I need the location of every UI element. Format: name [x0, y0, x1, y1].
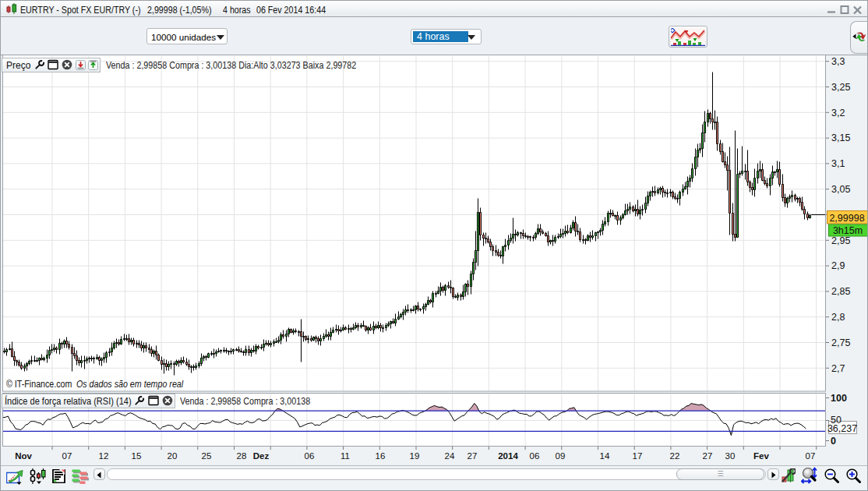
svg-text:15: 15	[132, 451, 142, 461]
svg-text:2,95: 2,95	[831, 235, 850, 246]
svg-text:30: 30	[725, 451, 736, 461]
svg-text:07: 07	[806, 451, 816, 461]
svg-text:3,15: 3,15	[831, 132, 850, 143]
svg-text:06: 06	[305, 451, 315, 461]
svg-text:2,99998: 2,99998	[829, 213, 864, 224]
svg-text:100: 100	[831, 393, 847, 404]
svg-text:Dez: Dez	[253, 451, 270, 461]
svg-text:0: 0	[831, 436, 836, 447]
svg-text:12: 12	[99, 451, 109, 461]
svg-text:3,3: 3,3	[831, 56, 845, 67]
svg-text:25: 25	[202, 451, 212, 461]
svg-text:Fev: Fev	[753, 451, 769, 461]
svg-text:3,25: 3,25	[831, 82, 850, 93]
svg-text:27: 27	[468, 451, 478, 461]
svg-text:2,8: 2,8	[831, 312, 845, 323]
svg-text:20: 20	[168, 451, 178, 461]
svg-text:2,7: 2,7	[831, 363, 845, 374]
svg-text:28: 28	[237, 451, 247, 461]
svg-text:27: 27	[703, 451, 713, 461]
svg-text:16: 16	[376, 451, 386, 461]
svg-text:2014: 2014	[498, 451, 518, 461]
svg-text:22: 22	[670, 451, 680, 461]
svg-text:06: 06	[530, 451, 540, 461]
svg-text:14: 14	[600, 451, 610, 461]
svg-text:07: 07	[62, 451, 72, 461]
svg-text:3,1: 3,1	[831, 158, 845, 169]
svg-text:24: 24	[445, 451, 455, 461]
svg-text:19: 19	[410, 451, 420, 461]
svg-text:2,9: 2,9	[831, 260, 845, 271]
svg-text:2,75: 2,75	[831, 337, 850, 348]
svg-text:Nov: Nov	[15, 451, 32, 461]
svg-text:11: 11	[340, 451, 350, 461]
svg-text:2,85: 2,85	[831, 286, 850, 297]
svg-text:3,05: 3,05	[831, 184, 850, 195]
svg-text:50: 50	[831, 415, 842, 426]
svg-text:09: 09	[556, 451, 566, 461]
svg-text:17: 17	[633, 451, 643, 461]
svg-text:3,2: 3,2	[831, 108, 845, 118]
